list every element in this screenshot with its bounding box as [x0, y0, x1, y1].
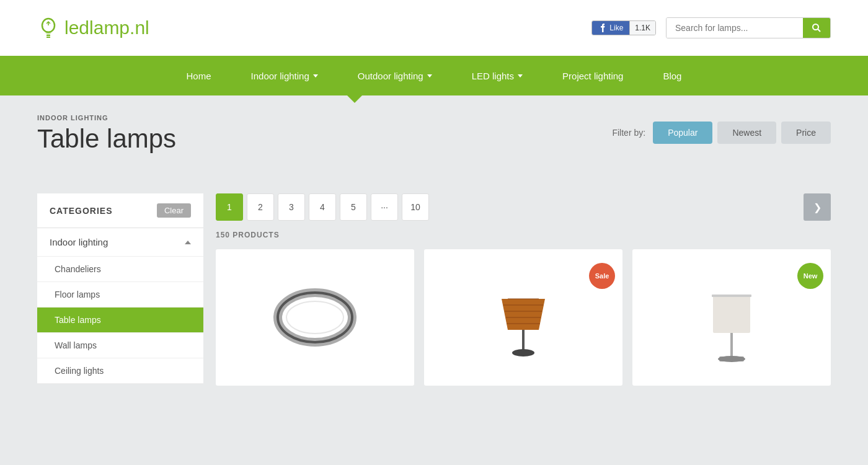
header-right: Like 1.1K	[591, 17, 831, 38]
facebook-icon	[598, 24, 607, 32]
svg-rect-18	[730, 333, 733, 356]
page-btn-2[interactable]: 2	[247, 193, 274, 221]
logo-wordmark: ledlamp.nl	[64, 17, 149, 38]
new-badge: New	[797, 263, 823, 289]
filter-newest-button[interactable]: Newest	[717, 122, 776, 144]
logo[interactable]: ledlamp.nl	[37, 17, 149, 39]
right-content: 1 2 3 4 5 ··· 10 ❯ 150 PRODUCTS	[216, 193, 831, 386]
sale-badge: Sale	[589, 263, 615, 289]
nav-item-blog[interactable]: Blog	[643, 56, 701, 95]
breadcrumb: INDOOR LIGHTING	[37, 114, 176, 122]
nav-dropdown-arrow	[347, 95, 362, 103]
page-next-button[interactable]: ❯	[804, 193, 831, 221]
svg-rect-14	[522, 330, 525, 352]
sidebar: CATEGORIES Clear Indoor lighting Chandel…	[37, 193, 203, 386]
products-count: 150 PRODUCTS	[216, 231, 831, 239]
category-item-table-lamps[interactable]: Table lamps	[37, 308, 203, 333]
categories-title: CATEGORIES	[50, 206, 113, 216]
fb-count: 1.1K	[629, 21, 655, 35]
product-svg-2	[474, 268, 573, 367]
search-bar	[666, 17, 831, 38]
category-section-indoor[interactable]: Indoor lighting	[37, 228, 203, 257]
chevron-up-icon	[185, 241, 191, 244]
fb-like-button[interactable]: Like	[592, 21, 629, 35]
main-layout: CATEGORIES Clear Indoor lighting Chandel…	[37, 193, 831, 386]
logo-icon	[37, 17, 60, 39]
filter-label: Filter by:	[612, 128, 645, 138]
product-svg-1	[265, 268, 365, 367]
svg-marker-8	[502, 299, 545, 330]
product-image-3: New	[632, 255, 831, 379]
nav-item-led[interactable]: LED lights	[452, 56, 542, 95]
search-icon	[812, 23, 822, 33]
chevron-down-icon	[518, 74, 523, 78]
product-grid: Sale	[216, 249, 831, 386]
svg-rect-16	[713, 296, 750, 333]
nav-item-project[interactable]: Project lighting	[542, 56, 643, 95]
product-card-1[interactable]	[216, 249, 414, 386]
svg-rect-17	[712, 294, 751, 297]
category-item-ceiling-lights[interactable]: Ceiling lights	[37, 358, 203, 384]
page-btn-4[interactable]: 4	[309, 193, 336, 221]
svg-line-4	[818, 29, 820, 32]
header: ledlamp.nl Like 1.1K	[0, 0, 868, 56]
page-btn-5[interactable]: 5	[340, 193, 367, 221]
svg-point-3	[813, 24, 818, 30]
page-btn-3[interactable]: 3	[278, 193, 305, 221]
page-btn-ellipsis[interactable]: ···	[371, 193, 398, 221]
product-image-2: Sale	[424, 255, 622, 379]
svg-point-15	[512, 349, 534, 356]
nav-item-indoor[interactable]: Indoor lighting	[231, 56, 338, 95]
category-item-chandeliers[interactable]: Chandeliers	[37, 257, 203, 282]
categories-header: CATEGORIES Clear	[37, 193, 203, 228]
product-card-3[interactable]: New	[632, 249, 831, 386]
category-item-wall-lamps[interactable]: Wall lamps	[37, 333, 203, 358]
chevron-down-icon	[313, 74, 318, 78]
chevron-down-icon	[427, 74, 432, 78]
product-card-2[interactable]: Sale	[424, 249, 622, 386]
nav-item-home[interactable]: Home	[167, 56, 231, 95]
svg-point-7	[286, 301, 343, 334]
page-btn-10[interactable]: 10	[402, 193, 429, 221]
clear-button[interactable]: Clear	[157, 203, 191, 218]
page-title: Table lamps	[37, 124, 176, 154]
filter-popular-button[interactable]: Popular	[653, 122, 712, 144]
search-input[interactable]	[666, 18, 803, 38]
product-svg-3	[682, 268, 781, 367]
filter-price-button[interactable]: Price	[781, 122, 831, 144]
search-button[interactable]	[803, 18, 830, 38]
page-btn-1[interactable]: 1	[216, 193, 243, 221]
category-item-floor-lamps[interactable]: Floor lamps	[37, 282, 203, 308]
pagination: 1 2 3 4 5 ··· 10 ❯	[216, 193, 831, 221]
main-nav: Home Indoor lighting Outdoor lighting LE…	[0, 56, 868, 95]
product-image-1	[216, 255, 414, 379]
nav-item-outdoor[interactable]: Outdoor lighting	[338, 56, 452, 95]
svg-point-20	[718, 356, 745, 362]
content-area: INDOOR LIGHTING Table lamps Filter by: P…	[0, 95, 868, 410]
facebook-like-widget[interactable]: Like 1.1K	[591, 20, 656, 35]
svg-point-6	[278, 293, 352, 342]
